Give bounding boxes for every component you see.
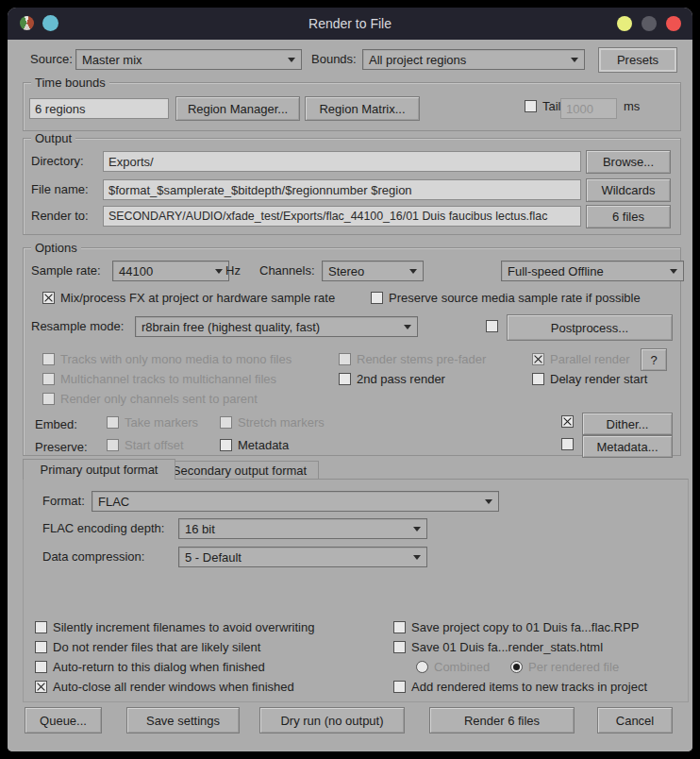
render-to-field[interactable]: SECONDARY/AUDIO/xfade_test/Exports/flac_… bbox=[103, 206, 581, 227]
start-offset-checkbox[interactable] bbox=[107, 439, 119, 451]
resample-mode-select[interactable]: r8brain free (highest quality, fast) bbox=[135, 316, 418, 337]
mix-fx-row: Mix/process FX at project or hardware sa… bbox=[42, 291, 335, 305]
help-button[interactable]: ? bbox=[641, 348, 667, 371]
data-compression-select[interactable]: 5 - Default bbox=[178, 547, 427, 567]
silently-increment-checkbox[interactable] bbox=[35, 621, 47, 633]
minimize-button[interactable] bbox=[617, 16, 632, 31]
delay-start-checkbox[interactable] bbox=[532, 373, 544, 385]
dither-checkbox[interactable] bbox=[561, 415, 574, 428]
channels-label: Channels: bbox=[259, 263, 315, 278]
tab-primary-output-format[interactable]: Primary output format bbox=[23, 459, 175, 480]
channels-select[interactable]: Stereo bbox=[322, 261, 424, 281]
metadata-checkbox[interactable] bbox=[561, 438, 574, 450]
region-manager-button[interactable]: Region Manager... bbox=[175, 96, 300, 121]
metadata-preserve-label[interactable]: Metadata bbox=[238, 438, 289, 452]
mono-tracks-checkbox[interactable] bbox=[42, 353, 55, 365]
source-select[interactable]: Master mix bbox=[75, 49, 302, 70]
bounds-info-field[interactable]: 6 regions bbox=[29, 98, 169, 119]
channels-value: Stereo bbox=[328, 264, 364, 278]
add-items-label[interactable]: Add rendered items to new tracks in proj… bbox=[411, 680, 647, 694]
directory-label: Directory: bbox=[31, 154, 84, 169]
postprocess-row bbox=[486, 320, 498, 332]
combined-radio[interactable] bbox=[416, 661, 428, 673]
save-copy-label[interactable]: Save project copy to 01 Duis fa...flac.R… bbox=[411, 620, 639, 634]
bounds-label: Bounds: bbox=[311, 52, 357, 67]
take-markers-label: Take markers bbox=[125, 415, 198, 430]
maximize-button[interactable] bbox=[642, 16, 657, 31]
mono-tracks-row: Tracks with only mono media to mono file… bbox=[42, 352, 292, 366]
parallel-render-label: Parallel render bbox=[550, 352, 630, 366]
tail-ms-field[interactable]: 1000 bbox=[560, 98, 617, 119]
parallel-render-checkbox[interactable] bbox=[532, 353, 544, 365]
metadata-btn-row bbox=[561, 438, 574, 450]
multichannel-checkbox[interactable] bbox=[42, 373, 55, 385]
tail-checkbox-row: Tail: bbox=[525, 99, 564, 113]
dither-row bbox=[561, 415, 574, 428]
save-copy-row: Save project copy to 01 Duis fa...flac.R… bbox=[393, 620, 639, 634]
save-stats-checkbox[interactable] bbox=[393, 641, 406, 653]
auto-return-checkbox[interactable] bbox=[35, 661, 47, 673]
close-button[interactable] bbox=[666, 16, 681, 31]
hz-label: Hz bbox=[225, 263, 241, 278]
mix-fx-label[interactable]: Mix/process FX at project or hardware sa… bbox=[60, 291, 335, 305]
per-rendered-radio-row: Per rendered file bbox=[510, 660, 619, 674]
metadata-button[interactable]: Metadata... bbox=[582, 435, 673, 458]
sample-rate-label: Sample rate: bbox=[31, 263, 101, 278]
metadata-preserve-row: Metadata bbox=[220, 438, 289, 452]
add-items-checkbox[interactable] bbox=[393, 681, 406, 693]
resample-mode-value: r8brain free (highest quality, fast) bbox=[142, 320, 320, 334]
chevron-down-icon bbox=[288, 58, 295, 62]
bounds-select[interactable]: All project regions bbox=[362, 49, 585, 70]
take-markers-row: Take markers bbox=[107, 415, 198, 430]
no-silent-checkbox[interactable] bbox=[35, 641, 47, 653]
browse-button[interactable]: Browse... bbox=[586, 150, 671, 174]
format-panel: Format: FLAC FLAC encoding depth: 16 bit… bbox=[23, 479, 689, 702]
stems-prefader-checkbox[interactable] bbox=[339, 353, 351, 365]
metadata-preserve-checkbox[interactable] bbox=[220, 439, 232, 451]
start-offset-label: Start offset bbox=[125, 438, 184, 452]
postprocess-checkbox[interactable] bbox=[486, 320, 498, 332]
save-copy-checkbox[interactable] bbox=[393, 621, 406, 633]
save-settings-button[interactable]: Save settings bbox=[126, 707, 240, 734]
preserve-source-label[interactable]: Preserve source media sample rate if pos… bbox=[389, 291, 641, 305]
per-rendered-radio[interactable] bbox=[510, 661, 523, 673]
second-pass-checkbox[interactable] bbox=[339, 373, 351, 385]
mix-fx-checkbox[interactable] bbox=[42, 292, 55, 304]
second-pass-label[interactable]: 2nd pass render bbox=[357, 372, 445, 386]
dry-run-button[interactable]: Dry run (no output) bbox=[259, 707, 405, 734]
cancel-button[interactable]: Cancel bbox=[597, 707, 673, 734]
render-button[interactable]: Render 6 files bbox=[429, 707, 575, 734]
channels-parent-checkbox[interactable] bbox=[42, 393, 55, 405]
tab-secondary-output-format[interactable]: Secondary output format bbox=[160, 461, 319, 479]
tail-checkbox[interactable] bbox=[525, 100, 537, 112]
source-label: Source: bbox=[30, 52, 73, 67]
dither-button[interactable]: Dither... bbox=[582, 413, 673, 435]
no-silent-label[interactable]: Do not render files that are likely sile… bbox=[53, 640, 260, 654]
postprocess-button[interactable]: Postprocess... bbox=[507, 314, 673, 341]
sample-rate-select[interactable]: 44100 bbox=[112, 261, 229, 281]
take-markers-checkbox[interactable] bbox=[107, 416, 119, 429]
save-stats-label[interactable]: Save 01 Duis fa...render_stats.html bbox=[411, 640, 603, 654]
preserve-source-checkbox[interactable] bbox=[371, 292, 383, 304]
encoding-depth-select[interactable]: 16 bit bbox=[178, 518, 427, 539]
auto-close-label[interactable]: Auto-close all render windows when finis… bbox=[53, 680, 294, 694]
region-matrix-button[interactable]: Region Matrix... bbox=[305, 96, 420, 121]
wildcards-button[interactable]: Wildcards bbox=[586, 178, 671, 202]
render-to-label: Render to: bbox=[31, 209, 89, 224]
stems-prefader-row: Render stems pre-fader bbox=[339, 352, 486, 366]
auto-close-checkbox[interactable] bbox=[35, 681, 47, 693]
format-select[interactable]: FLAC bbox=[92, 491, 499, 512]
auto-return-label[interactable]: Auto-return to this dialog when finished bbox=[53, 660, 265, 674]
delay-start-label[interactable]: Delay render start bbox=[550, 372, 647, 386]
directory-field[interactable]: Exports/ bbox=[103, 151, 581, 172]
queue-button[interactable]: Queue... bbox=[25, 707, 102, 734]
options-group-label: Options bbox=[31, 241, 81, 256]
render-speed-select[interactable]: Full-speed Offline bbox=[501, 261, 684, 281]
presets-button[interactable]: Presets bbox=[598, 47, 677, 73]
files-count-button[interactable]: 6 files bbox=[586, 205, 671, 228]
silently-increment-label[interactable]: Silently increment filenames to avoid ov… bbox=[53, 620, 314, 634]
stretch-markers-checkbox[interactable] bbox=[220, 416, 232, 429]
title-bar[interactable]: Render to File bbox=[8, 8, 692, 40]
filename-field[interactable]: $format_$samplerate_$bitdepth/$regionnum… bbox=[103, 179, 581, 200]
combined-label: Combined bbox=[434, 660, 490, 674]
